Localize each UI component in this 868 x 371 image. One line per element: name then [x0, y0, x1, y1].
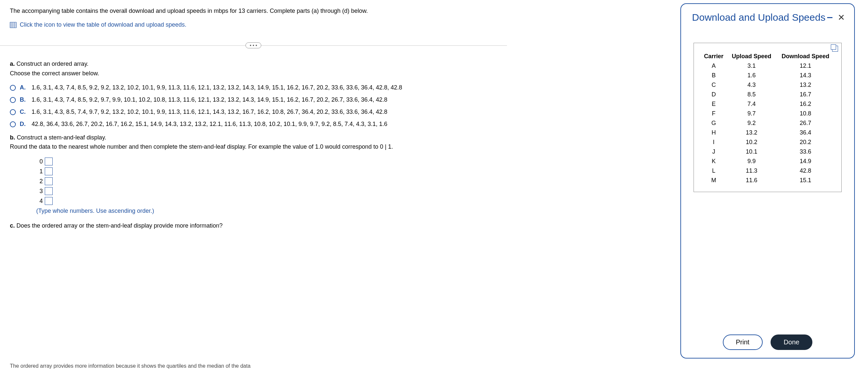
cell-download: 33.6: [776, 147, 835, 157]
cell-upload: 8.5: [727, 90, 776, 99]
option-d-letter: D.: [20, 121, 28, 128]
col-upload: Upload Speed: [727, 52, 776, 61]
view-table-link-row[interactable]: Click the icon to view the table of down…: [10, 22, 497, 28]
leaf-input-4[interactable]: [45, 197, 53, 205]
cell-upload: 10.2: [727, 137, 776, 147]
popup-footer: Print Done: [690, 325, 845, 350]
part-b-block: b. Construct a stem-and-leaf display. Ro…: [10, 133, 497, 152]
col-download: Download Speed: [776, 52, 835, 61]
part-c-prefix: c.: [10, 222, 15, 229]
print-button[interactable]: Print: [723, 335, 763, 350]
radio-b[interactable]: [10, 97, 16, 103]
table-body: A3.112.1 B1.614.3 C4.313.2 D8.516.7 E7.4…: [701, 61, 835, 185]
part-a-block: a. Construct an ordered array. Choose th…: [10, 59, 497, 78]
part-a-prefix: a.: [10, 61, 15, 67]
option-a-row[interactable]: A. 1.6, 3.1, 4.3, 7.4, 8.5, 9.2, 9.2, 13…: [10, 84, 497, 91]
cell-upload: 4.3: [727, 80, 776, 90]
stem-row-2: 2: [36, 177, 497, 185]
speeds-table: Carrier Upload Speed Download Speed A3.1…: [701, 52, 835, 185]
cell-download: 14.3: [776, 71, 835, 80]
stem-leaf-inputs: 0 1 2 3 4: [36, 158, 497, 205]
copy-icon[interactable]: [832, 46, 838, 52]
table-row: E7.416.2: [701, 99, 835, 109]
cell-download: 10.8: [776, 109, 835, 119]
part-a-instruction: Choose the correct answer below.: [10, 69, 497, 78]
cell-upload: 3.1: [727, 61, 776, 71]
main-question-panel: The accompanying table contains the over…: [0, 0, 507, 243]
section-divider: • • •: [0, 41, 507, 49]
cell-upload: 9.7: [727, 109, 776, 119]
cell-carrier: C: [701, 80, 727, 90]
leaf-input-0[interactable]: [45, 158, 53, 165]
leaf-input-2[interactable]: [45, 177, 53, 185]
table-row: I10.220.2: [701, 137, 835, 147]
expand-ellipsis-button[interactable]: • • •: [246, 42, 261, 48]
cell-upload: 11.6: [727, 176, 776, 185]
option-c-text: 1.6, 3.1, 4.3, 8.5, 7.4, 9.7, 9.2, 13.2,…: [32, 108, 497, 115]
stem-row-4: 4: [36, 197, 497, 205]
table-row: K9.914.9: [701, 157, 835, 166]
option-a-text: 1.6, 3.1, 4.3, 7.4, 8.5, 9.2, 9.2, 13.2,…: [32, 84, 497, 91]
view-table-link-text[interactable]: Click the icon to view the table of down…: [20, 22, 186, 28]
minimize-icon[interactable]: [827, 17, 832, 18]
option-c-row[interactable]: C. 1.6, 3.1, 4.3, 8.5, 7.4, 9.7, 9.2, 13…: [10, 108, 497, 115]
svg-rect-0: [10, 22, 17, 28]
table-row: J10.133.6: [701, 147, 835, 157]
speeds-popup: Download and Upload Speeds ✕ Carrier Upl…: [680, 3, 855, 359]
cell-carrier: L: [701, 166, 727, 176]
mc-options: A. 1.6, 3.1, 4.3, 7.4, 8.5, 9.2, 9.2, 13…: [10, 84, 497, 128]
table-row: G9.226.7: [701, 119, 835, 128]
table-row: F9.710.8: [701, 109, 835, 119]
option-c-letter: C.: [20, 108, 28, 115]
cell-carrier: E: [701, 99, 727, 109]
leaf-input-3[interactable]: [45, 187, 53, 195]
cell-carrier: I: [701, 137, 727, 147]
cell-carrier: H: [701, 128, 727, 137]
stem-label-3: 3: [36, 188, 43, 195]
radio-a[interactable]: [10, 85, 16, 91]
cell-download: 36.4: [776, 128, 835, 137]
part-b-instruction: Round the data to the nearest whole numb…: [10, 142, 497, 151]
option-b-text: 1.6, 3.1, 4.3, 7.4, 8.5, 9.2, 9.7, 9.9, …: [32, 96, 497, 103]
cell-download: 15.1: [776, 176, 835, 185]
cell-carrier: A: [701, 61, 727, 71]
table-row: A3.112.1: [701, 61, 835, 71]
cell-upload: 7.4: [727, 99, 776, 109]
option-b-row[interactable]: B. 1.6, 3.1, 4.3, 7.4, 8.5, 9.2, 9.7, 9.…: [10, 96, 497, 103]
cell-carrier: G: [701, 119, 727, 128]
cell-download: 12.1: [776, 61, 835, 71]
col-carrier: Carrier: [701, 52, 727, 61]
cell-upload: 9.9: [727, 157, 776, 166]
radio-c[interactable]: [10, 109, 16, 115]
cell-upload: 10.1: [727, 147, 776, 157]
popup-header: Download and Upload Speeds ✕: [690, 12, 845, 23]
cell-carrier: F: [701, 109, 727, 119]
cell-upload: 9.2: [727, 119, 776, 128]
cell-download: 13.2: [776, 80, 835, 90]
stem-label-1: 1: [36, 168, 43, 175]
radio-d[interactable]: [10, 121, 16, 127]
part-b-prefix: b.: [10, 134, 15, 141]
cell-upload: 1.6: [727, 71, 776, 80]
part-b-prompt: Construct a stem-and-leaf display.: [17, 134, 106, 141]
option-d-row[interactable]: D. 42.8, 36.4, 33.6, 26.7, 20.2, 16.7, 1…: [10, 121, 497, 128]
cell-upload: 13.2: [727, 128, 776, 137]
cell-download: 42.8: [776, 166, 835, 176]
stem-label-4: 4: [36, 198, 43, 205]
cell-upload: 11.3: [727, 166, 776, 176]
cell-download: 20.2: [776, 137, 835, 147]
popup-title: Download and Upload Speeds: [690, 12, 827, 23]
leaf-input-1[interactable]: [45, 167, 53, 175]
stem-row-1: 1: [36, 167, 497, 175]
table-header-row: Carrier Upload Speed Download Speed: [701, 52, 835, 61]
table-row: M11.615.1: [701, 176, 835, 185]
cell-carrier: B: [701, 71, 727, 80]
option-b-letter: B.: [20, 96, 28, 103]
table-row: B1.614.3: [701, 71, 835, 80]
stem-label-0: 0: [36, 158, 43, 165]
done-button[interactable]: Done: [771, 335, 813, 350]
close-icon[interactable]: ✕: [838, 13, 845, 22]
part-c-prompt: Does the ordered array or the stem-and-l…: [17, 222, 222, 229]
option-d-text: 42.8, 36.4, 33.6, 26.7, 20.2, 16.7, 16.2…: [32, 121, 497, 128]
cell-download: 14.9: [776, 157, 835, 166]
